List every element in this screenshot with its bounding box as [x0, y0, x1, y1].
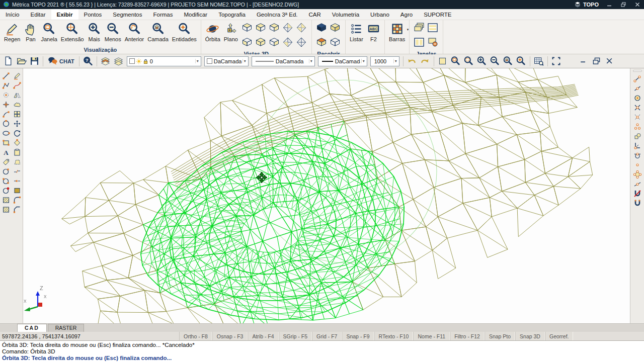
menu-tab-editar[interactable]: Editar [25, 9, 51, 20]
tool-spline-icon[interactable] [12, 80, 23, 90]
mag-star-button[interactable] [515, 55, 527, 67]
win-minimize-button[interactable] [578, 55, 590, 67]
tool-mirror-icon[interactable] [12, 90, 23, 100]
win-close-x-button[interactable] [604, 55, 616, 67]
cube-top-icon[interactable] [241, 22, 254, 36]
tool-hatch2-icon[interactable] [1, 205, 12, 214]
mag-layers-button[interactable] [502, 55, 514, 67]
tin-mesh-viewport[interactable] [23, 68, 630, 323]
combo-caret-icon[interactable]: ▾ [393, 59, 398, 63]
file-save-button[interactable] [28, 55, 40, 67]
tool-circle-icon[interactable] [1, 119, 12, 128]
ribbon-item-pan[interactable]: Pan [22, 21, 39, 42]
octa-top2-icon[interactable] [295, 22, 308, 36]
status-toggle-snap-f9[interactable]: Snap - F9 [342, 332, 374, 340]
ribbon-item-extensao[interactable]: Extensão [59, 21, 86, 42]
win-hbars-icon[interactable] [427, 22, 439, 36]
status-toggle-grid-f7[interactable]: Grid - F7 [312, 332, 342, 340]
rail-grip[interactable] [633, 70, 642, 72]
cube-all-icon[interactable] [255, 36, 267, 50]
status-toggle-snap-3d[interactable]: Snap 3D [515, 332, 545, 340]
snap-insert-icon[interactable] [632, 131, 643, 141]
status-toggle-atrib-f4[interactable]: Atrib - F4 [248, 332, 278, 340]
tool-hatch-icon[interactable] [1, 195, 12, 205]
tool-circle-node2-icon[interactable] [1, 176, 12, 186]
fullscreen-button[interactable] [550, 55, 562, 67]
ribbon-item-orbita[interactable]: Órbita [204, 21, 222, 42]
snap-mid-icon[interactable] [632, 83, 643, 93]
tool-text-icon[interactable]: A [1, 147, 12, 157]
tool-trapezoid-icon[interactable] [12, 157, 23, 166]
win-closew-icon[interactable] [427, 36, 439, 50]
octa-wire-icon[interactable] [295, 36, 308, 50]
scale-combo[interactable]: 1000▾ [370, 56, 399, 66]
window-minimize-button[interactable] [606, 2, 613, 8]
ribbon-item-plano[interactable]: Plano [222, 21, 239, 42]
menu-tab-modificar[interactable]: Modificar [179, 9, 213, 20]
ribbon-item-anterior[interactable]: Anterior [123, 21, 146, 42]
cube-wire-icon[interactable] [329, 36, 342, 50]
status-toggle-sgrip-f5[interactable]: SGrip - F5 [279, 332, 312, 340]
tab-raster[interactable]: RASTER [48, 324, 85, 332]
octa-top-icon[interactable] [282, 22, 294, 36]
status-toggle-snap-pto[interactable]: Snap Pto [485, 332, 515, 340]
win-cascade-icon[interactable] [413, 22, 426, 36]
tool-circle-node-icon[interactable] [1, 166, 12, 176]
menu-tab-geoincra-3-ed[interactable]: GeoIncra 3ª Ed. [251, 9, 303, 20]
linetype-combo[interactable]: DaCamada▾ [252, 56, 315, 66]
tool-polyline-icon[interactable] [1, 80, 12, 90]
tool-fillet-icon[interactable] [12, 195, 23, 205]
snap-tan-icon[interactable] [632, 150, 643, 160]
ribbon-item-listar[interactable]: Listar [348, 21, 365, 42]
tool-star4-icon[interactable] [1, 100, 12, 109]
cube-top-left-icon[interactable] [255, 22, 267, 36]
tool-line-icon[interactable] [1, 71, 12, 80]
drawing-canvas[interactable] [23, 68, 630, 323]
menu-tab-agro[interactable]: Agro [395, 9, 418, 20]
file-open-button[interactable] [15, 55, 27, 67]
tool-rotate-diam-icon[interactable] [12, 138, 23, 147]
snap-on-icon[interactable] [632, 198, 643, 208]
status-toggle-filtro-f12[interactable]: Filtro - F12 [450, 332, 485, 340]
ribbon-item-camada[interactable]: Camada [146, 21, 170, 42]
win-vpanes-icon[interactable] [413, 36, 426, 50]
ribbon-item-mais[interactable]: Mais [86, 21, 103, 42]
tool-revcloud-icon[interactable] [12, 100, 23, 109]
combo-caret-icon[interactable]: ▾ [195, 59, 200, 63]
undo-button[interactable] [406, 55, 418, 67]
cube-orange-icon[interactable] [315, 36, 328, 50]
tool-paste-icon[interactable] [12, 147, 23, 157]
combo-caret-icon[interactable]: ▾ [361, 59, 366, 63]
ribbon-item-menos[interactable]: Menos [103, 21, 123, 42]
status-toggle-ortho-f8[interactable]: Ortho - F8 [179, 332, 212, 340]
snap-near-icon[interactable] [632, 179, 643, 189]
snap-point-icon[interactable] [632, 160, 643, 169]
tool-arc-icon[interactable] [1, 109, 12, 119]
menu-tab-segmentos[interactable]: Segmentos [107, 9, 147, 20]
tool-grid4-icon[interactable] [12, 109, 23, 119]
status-toggle-nome-f11[interactable]: Nome - F11 [413, 332, 450, 340]
tool-rect-icon[interactable] [1, 138, 12, 147]
table-view-button[interactable] [533, 55, 545, 67]
status-toggle-rtexto-f10[interactable]: RTexto - F10 [374, 332, 414, 340]
snap-int-icon[interactable] [632, 103, 643, 112]
chat-button[interactable]: CHAT [46, 56, 76, 67]
menu-tab-formas[interactable]: Formas [148, 9, 179, 20]
tool-point-icon[interactable] [1, 90, 12, 100]
layers-stack2-button[interactable] [113, 55, 125, 67]
tool-ellipse-icon[interactable] [1, 128, 12, 138]
cube-dark-icon[interactable] [315, 22, 328, 36]
ribbon-item-entidades[interactable]: Entidades [171, 21, 198, 42]
snap-appint-icon[interactable] [632, 112, 643, 122]
menu-tab-pontos[interactable]: Pontos [78, 9, 108, 20]
lineweight-combo[interactable]: DaCamada▾ [318, 56, 367, 66]
tool-circle-node3-icon[interactable] [1, 186, 12, 195]
snap-node-icon[interactable] [632, 122, 643, 131]
window-close-button[interactable] [634, 2, 641, 8]
mag-dash-button[interactable] [463, 55, 475, 67]
file-new-button[interactable] [2, 55, 14, 67]
menu-tab-urbano[interactable]: Urbano [365, 9, 395, 20]
tool-solidbox-icon[interactable] [12, 186, 23, 195]
menu-tab-exibir[interactable]: Exibir [51, 9, 78, 20]
status-toggle-georref[interactable]: Georref. [545, 332, 574, 340]
